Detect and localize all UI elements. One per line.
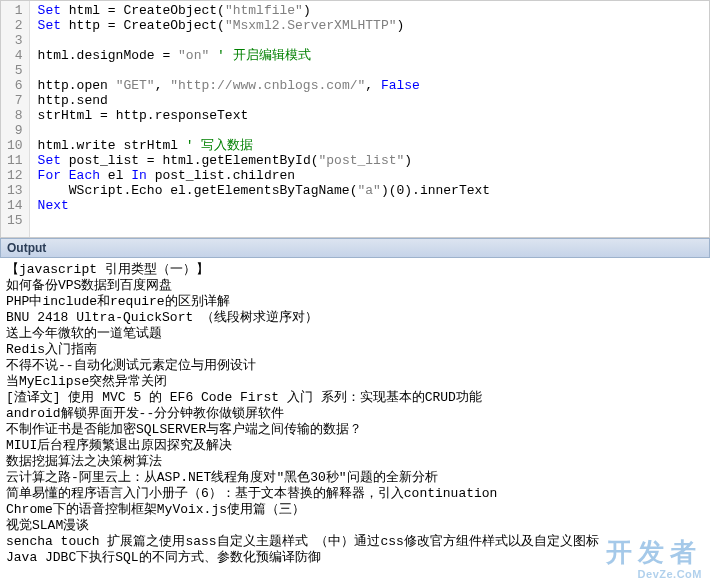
line-number: 6 [7, 78, 23, 93]
code-line[interactable] [38, 63, 701, 78]
code-line[interactable] [38, 213, 701, 228]
output-line: 云计算之路-阿里云上：从ASP.NET线程角度对"黑色30秒"问题的全新分析 [6, 470, 704, 486]
line-number: 13 [7, 183, 23, 198]
output-line: 不制作证书是否能加密SQLSERVER与客户端之间传输的数据？ [6, 422, 704, 438]
code-line[interactable]: html.designMode = "on" ' 开启编辑模式 [38, 48, 701, 63]
line-number: 3 [7, 33, 23, 48]
output-line: 当MyEclipse突然异常关闭 [6, 374, 704, 390]
output-panel-header[interactable]: Output [0, 238, 710, 258]
code-line[interactable]: WScript.Echo el.getElementsByTagName("a"… [38, 183, 701, 198]
line-number: 12 [7, 168, 23, 183]
line-number: 1 [7, 3, 23, 18]
line-number: 2 [7, 18, 23, 33]
output-line: Redis入门指南 [6, 342, 704, 358]
output-line: 不得不说--自动化测试元素定位与用例设计 [6, 358, 704, 374]
output-panel-body[interactable]: 【javascript 引用类型（一）】如何备份VPS数据到百度网盘PHP中in… [0, 258, 710, 570]
code-line[interactable] [38, 33, 701, 48]
output-title: Output [7, 241, 46, 255]
code-editor[interactable]: 123456789101112131415 Set html = CreateO… [0, 0, 710, 238]
line-number: 14 [7, 198, 23, 213]
code-line[interactable]: For Each el In post_list.children [38, 168, 701, 183]
line-number: 10 [7, 138, 23, 153]
line-number: 11 [7, 153, 23, 168]
code-line[interactable]: http.send [38, 93, 701, 108]
output-line: Chrome下的语音控制框架MyVoix.js使用篇（三） [6, 502, 704, 518]
output-line: 【javascript 引用类型（一）】 [6, 262, 704, 278]
line-number: 7 [7, 93, 23, 108]
code-area[interactable]: Set html = CreateObject("htmlfile")Set h… [30, 1, 709, 237]
output-line: 视觉SLAM漫谈 [6, 518, 704, 534]
code-line[interactable]: Set http = CreateObject("Msxml2.ServerXM… [38, 18, 701, 33]
line-number-gutter: 123456789101112131415 [1, 1, 30, 237]
line-number: 9 [7, 123, 23, 138]
output-line: [渣译文] 使用 MVC 5 的 EF6 Code First 入门 系列：实现… [6, 390, 704, 406]
code-line[interactable]: html.write strHtml ' 写入数据 [38, 138, 701, 153]
code-line[interactable] [38, 123, 701, 138]
line-number: 15 [7, 213, 23, 228]
line-number: 8 [7, 108, 23, 123]
line-number: 5 [7, 63, 23, 78]
output-line: sencha touch 扩展篇之使用sass自定义主题样式 （中）通过css修… [6, 534, 704, 550]
line-number: 4 [7, 48, 23, 63]
output-line: Java JDBC下执行SQL的不同方式、参数化预编译防御 [6, 550, 704, 566]
output-line: 数据挖掘算法之决策树算法 [6, 454, 704, 470]
output-line: BNU 2418 Ultra-QuickSort （线段树求逆序对） [6, 310, 704, 326]
output-line: 如何备份VPS数据到百度网盘 [6, 278, 704, 294]
code-line[interactable]: http.open "GET", "http://www.cnblogs.com… [38, 78, 701, 93]
code-line[interactable]: Next [38, 198, 701, 213]
output-line: MIUI后台程序频繁退出原因探究及解决 [6, 438, 704, 454]
output-line: 简单易懂的程序语言入门小册子（6）：基于文本替换的解释器，引入continuat… [6, 486, 704, 502]
output-line: 送上今年微软的一道笔试题 [6, 326, 704, 342]
output-line: android解锁界面开发--分分钟教你做锁屏软件 [6, 406, 704, 422]
code-line[interactable]: Set post_list = html.getElementById("pos… [38, 153, 701, 168]
code-line[interactable]: Set html = CreateObject("htmlfile") [38, 3, 701, 18]
output-line: PHP中include和require的区别详解 [6, 294, 704, 310]
code-line[interactable]: strHtml = http.responseText [38, 108, 701, 123]
